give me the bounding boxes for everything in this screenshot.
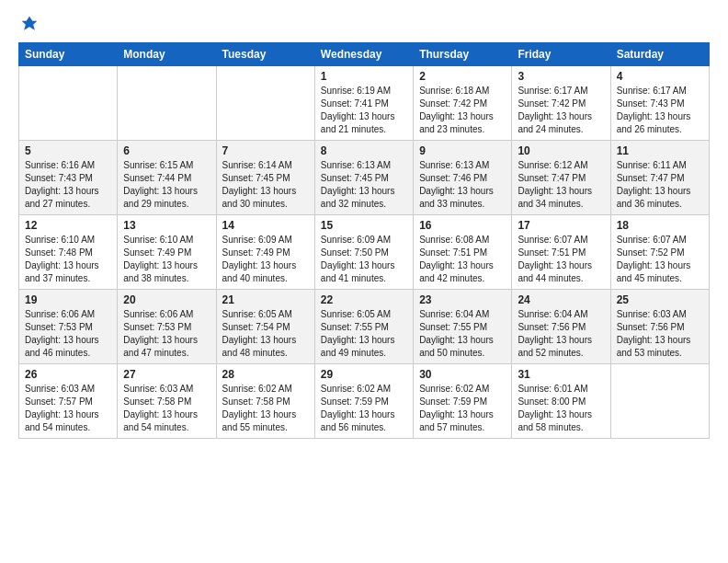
- day-cell-3: 3Sunrise: 6:17 AM Sunset: 7:42 PM Daylig…: [512, 66, 610, 141]
- day-info: Sunrise: 6:10 AM Sunset: 7:48 PM Dayligh…: [25, 234, 111, 285]
- day-info: Sunrise: 6:09 AM Sunset: 7:49 PM Dayligh…: [222, 234, 309, 285]
- day-info: Sunrise: 6:10 AM Sunset: 7:49 PM Dayligh…: [123, 234, 210, 285]
- header: [18, 15, 710, 33]
- day-number: 18: [617, 219, 703, 232]
- day-cell-31: 31Sunrise: 6:01 AM Sunset: 8:00 PM Dayli…: [512, 364, 610, 439]
- day-info: Sunrise: 6:02 AM Sunset: 7:58 PM Dayligh…: [222, 383, 309, 434]
- day-cell-22: 22Sunrise: 6:05 AM Sunset: 7:55 PM Dayli…: [314, 290, 413, 364]
- page: SundayMondayTuesdayWednesdayThursdayFrid…: [0, 0, 728, 563]
- empty-cell: [118, 66, 216, 141]
- day-info: Sunrise: 6:14 AM Sunset: 7:45 PM Dayligh…: [222, 159, 309, 211]
- day-cell-19: 19Sunrise: 6:06 AM Sunset: 7:53 PM Dayli…: [19, 290, 118, 364]
- day-cell-15: 15Sunrise: 6:09 AM Sunset: 7:50 PM Dayli…: [314, 215, 413, 290]
- day-number: 9: [419, 144, 506, 157]
- day-number: 29: [321, 368, 407, 381]
- week-row-5: 26Sunrise: 6:03 AM Sunset: 7:57 PM Dayli…: [19, 364, 710, 439]
- day-number: 10: [518, 144, 604, 157]
- day-info: Sunrise: 6:04 AM Sunset: 7:56 PM Dayligh…: [518, 308, 604, 360]
- weekday-header-saturday: Saturday: [610, 43, 709, 66]
- day-number: 14: [222, 219, 309, 232]
- day-cell-1: 1Sunrise: 6:19 AM Sunset: 7:41 PM Daylig…: [314, 66, 413, 141]
- calendar: SundayMondayTuesdayWednesdayThursdayFrid…: [18, 42, 710, 439]
- day-info: Sunrise: 6:06 AM Sunset: 7:53 PM Dayligh…: [123, 308, 210, 360]
- empty-cell: [19, 66, 118, 141]
- week-row-4: 19Sunrise: 6:06 AM Sunset: 7:53 PM Dayli…: [19, 290, 710, 364]
- day-cell-12: 12Sunrise: 6:10 AM Sunset: 7:48 PM Dayli…: [19, 215, 118, 290]
- day-number: 7: [222, 144, 309, 157]
- day-number: 12: [25, 219, 111, 232]
- day-info: Sunrise: 6:13 AM Sunset: 7:46 PM Dayligh…: [419, 159, 506, 211]
- day-cell-20: 20Sunrise: 6:06 AM Sunset: 7:53 PM Dayli…: [118, 290, 216, 364]
- day-info: Sunrise: 6:15 AM Sunset: 7:44 PM Dayligh…: [123, 159, 210, 211]
- day-cell-14: 14Sunrise: 6:09 AM Sunset: 7:49 PM Dayli…: [216, 215, 314, 290]
- day-info: Sunrise: 6:19 AM Sunset: 7:41 PM Dayligh…: [321, 85, 407, 136]
- day-info: Sunrise: 6:12 AM Sunset: 7:47 PM Dayligh…: [518, 159, 604, 211]
- day-info: Sunrise: 6:17 AM Sunset: 7:43 PM Dayligh…: [617, 85, 703, 136]
- day-number: 31: [518, 368, 604, 381]
- week-row-3: 12Sunrise: 6:10 AM Sunset: 7:48 PM Dayli…: [19, 215, 710, 290]
- day-cell-28: 28Sunrise: 6:02 AM Sunset: 7:58 PM Dayli…: [216, 364, 314, 439]
- day-number: 6: [123, 144, 210, 157]
- weekday-header-monday: Monday: [118, 43, 216, 66]
- day-cell-8: 8Sunrise: 6:13 AM Sunset: 7:45 PM Daylig…: [314, 141, 413, 215]
- day-cell-27: 27Sunrise: 6:03 AM Sunset: 7:58 PM Dayli…: [118, 364, 216, 439]
- day-info: Sunrise: 6:07 AM Sunset: 7:52 PM Dayligh…: [617, 234, 703, 285]
- day-cell-7: 7Sunrise: 6:14 AM Sunset: 7:45 PM Daylig…: [216, 141, 314, 215]
- day-number: 24: [518, 293, 604, 306]
- day-number: 19: [25, 293, 111, 306]
- day-cell-25: 25Sunrise: 6:03 AM Sunset: 7:56 PM Dayli…: [610, 290, 709, 364]
- day-number: 27: [123, 368, 210, 381]
- empty-cell: [216, 66, 314, 141]
- day-info: Sunrise: 6:03 AM Sunset: 7:58 PM Dayligh…: [123, 383, 210, 434]
- day-info: Sunrise: 6:16 AM Sunset: 7:43 PM Dayligh…: [25, 159, 111, 211]
- weekday-header-tuesday: Tuesday: [216, 43, 314, 66]
- day-number: 11: [617, 144, 703, 157]
- day-info: Sunrise: 6:01 AM Sunset: 8:00 PM Dayligh…: [518, 383, 604, 434]
- day-info: Sunrise: 6:13 AM Sunset: 7:45 PM Dayligh…: [321, 159, 407, 211]
- day-number: 4: [617, 70, 703, 83]
- day-number: 23: [419, 293, 506, 306]
- day-cell-6: 6Sunrise: 6:15 AM Sunset: 7:44 PM Daylig…: [118, 141, 216, 215]
- day-info: Sunrise: 6:05 AM Sunset: 7:55 PM Dayligh…: [321, 308, 407, 360]
- day-number: 15: [321, 219, 407, 232]
- day-number: 25: [617, 293, 703, 306]
- day-info: Sunrise: 6:03 AM Sunset: 7:56 PM Dayligh…: [617, 308, 703, 360]
- empty-cell: [610, 364, 709, 439]
- day-number: 2: [419, 70, 506, 83]
- day-number: 16: [419, 219, 506, 232]
- week-row-1: 1Sunrise: 6:19 AM Sunset: 7:41 PM Daylig…: [19, 66, 710, 141]
- day-cell-16: 16Sunrise: 6:08 AM Sunset: 7:51 PM Dayli…: [414, 215, 512, 290]
- day-cell-30: 30Sunrise: 6:02 AM Sunset: 7:59 PM Dayli…: [414, 364, 512, 439]
- day-cell-9: 9Sunrise: 6:13 AM Sunset: 7:46 PM Daylig…: [414, 141, 512, 215]
- day-number: 8: [321, 144, 407, 157]
- day-cell-2: 2Sunrise: 6:18 AM Sunset: 7:42 PM Daylig…: [414, 66, 512, 141]
- day-info: Sunrise: 6:07 AM Sunset: 7:51 PM Dayligh…: [518, 234, 604, 285]
- day-info: Sunrise: 6:06 AM Sunset: 7:53 PM Dayligh…: [25, 308, 111, 360]
- day-number: 26: [25, 368, 111, 381]
- day-number: 1: [321, 70, 407, 83]
- day-info: Sunrise: 6:18 AM Sunset: 7:42 PM Dayligh…: [419, 85, 506, 136]
- day-cell-17: 17Sunrise: 6:07 AM Sunset: 7:51 PM Dayli…: [512, 215, 610, 290]
- day-info: Sunrise: 6:09 AM Sunset: 7:50 PM Dayligh…: [321, 234, 407, 285]
- day-cell-18: 18Sunrise: 6:07 AM Sunset: 7:52 PM Dayli…: [610, 215, 709, 290]
- day-number: 5: [25, 144, 111, 157]
- day-number: 28: [222, 368, 309, 381]
- day-number: 13: [123, 219, 210, 232]
- day-number: 22: [321, 293, 407, 306]
- day-info: Sunrise: 6:04 AM Sunset: 7:55 PM Dayligh…: [419, 308, 506, 360]
- logo-icon: [20, 15, 39, 33]
- weekday-header-thursday: Thursday: [414, 43, 512, 66]
- day-number: 20: [123, 293, 210, 306]
- weekday-header-sunday: Sunday: [19, 43, 118, 66]
- day-cell-5: 5Sunrise: 6:16 AM Sunset: 7:43 PM Daylig…: [19, 141, 118, 215]
- weekday-header-row: SundayMondayTuesdayWednesdayThursdayFrid…: [19, 43, 710, 66]
- day-cell-4: 4Sunrise: 6:17 AM Sunset: 7:43 PM Daylig…: [610, 66, 709, 141]
- day-number: 30: [419, 368, 506, 381]
- day-info: Sunrise: 6:03 AM Sunset: 7:57 PM Dayligh…: [25, 383, 111, 434]
- weekday-header-wednesday: Wednesday: [314, 43, 413, 66]
- day-number: 21: [222, 293, 309, 306]
- day-info: Sunrise: 6:02 AM Sunset: 7:59 PM Dayligh…: [419, 383, 506, 434]
- day-cell-10: 10Sunrise: 6:12 AM Sunset: 7:47 PM Dayli…: [512, 141, 610, 215]
- day-info: Sunrise: 6:17 AM Sunset: 7:42 PM Dayligh…: [518, 85, 604, 136]
- day-info: Sunrise: 6:11 AM Sunset: 7:47 PM Dayligh…: [617, 159, 703, 211]
